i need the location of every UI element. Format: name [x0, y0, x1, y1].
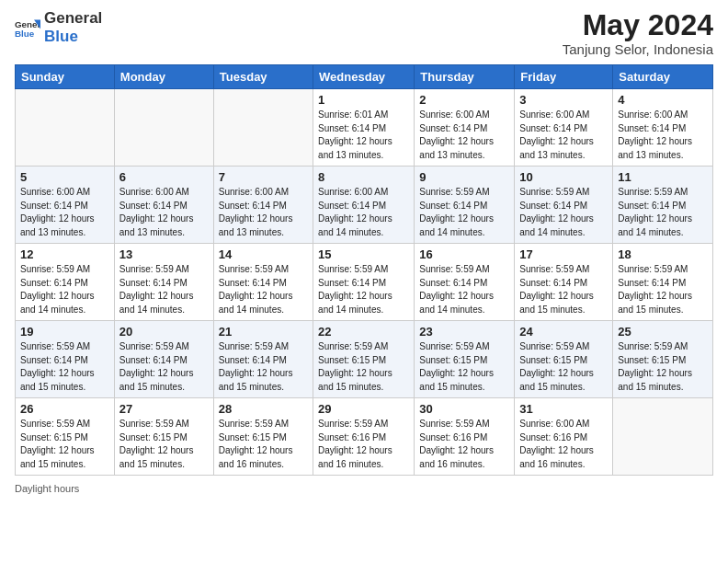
calendar-header-tuesday: Tuesday — [213, 65, 313, 89]
day-info: Sunrise: 5:59 AM Sunset: 6:14 PM Dayligh… — [20, 263, 109, 316]
calendar-cell: 23Sunrise: 5:59 AM Sunset: 6:15 PM Dayli… — [415, 321, 515, 398]
day-number: 23 — [419, 325, 509, 339]
day-number: 1 — [318, 93, 409, 107]
calendar-cell — [213, 89, 313, 167]
day-info: Sunrise: 5:59 AM Sunset: 6:14 PM Dayligh… — [318, 263, 409, 316]
logo-text: General Blue — [44, 9, 102, 47]
calendar-header-sunday: Sunday — [16, 65, 115, 89]
calendar-cell: 13Sunrise: 5:59 AM Sunset: 6:14 PM Dayli… — [114, 244, 213, 321]
day-info: Sunrise: 5:59 AM Sunset: 6:15 PM Dayligh… — [119, 418, 209, 471]
day-number: 16 — [419, 247, 509, 261]
day-number: 22 — [318, 325, 409, 339]
day-number: 18 — [618, 247, 708, 261]
calendar-week-row: 19Sunrise: 5:59 AM Sunset: 6:14 PM Dayli… — [16, 321, 713, 398]
day-number: 20 — [119, 325, 209, 339]
calendar-cell: 3Sunrise: 6:00 AM Sunset: 6:14 PM Daylig… — [515, 89, 613, 167]
day-info: Sunrise: 6:00 AM Sunset: 6:14 PM Dayligh… — [318, 186, 409, 239]
calendar-cell: 20Sunrise: 5:59 AM Sunset: 6:14 PM Dayli… — [114, 321, 213, 398]
day-number: 28 — [219, 402, 308, 416]
calendar-cell: 5Sunrise: 6:00 AM Sunset: 6:14 PM Daylig… — [16, 167, 115, 244]
calendar-header-wednesday: Wednesday — [313, 65, 415, 89]
day-info: Sunrise: 6:01 AM Sunset: 6:14 PM Dayligh… — [318, 109, 409, 162]
calendar-cell: 15Sunrise: 5:59 AM Sunset: 6:14 PM Dayli… — [313, 244, 415, 321]
calendar-cell: 18Sunrise: 5:59 AM Sunset: 6:14 PM Dayli… — [613, 244, 713, 321]
calendar-week-row: 5Sunrise: 6:00 AM Sunset: 6:14 PM Daylig… — [16, 167, 713, 244]
day-number: 2 — [419, 93, 509, 107]
day-info: Sunrise: 5:59 AM Sunset: 6:15 PM Dayligh… — [519, 340, 608, 394]
main-title: May 2024 — [563, 9, 713, 41]
calendar-cell: 29Sunrise: 5:59 AM Sunset: 6:16 PM Dayli… — [313, 398, 415, 476]
calendar-cell: 31Sunrise: 6:00 AM Sunset: 6:16 PM Dayli… — [515, 398, 613, 476]
calendar-header-row: SundayMondayTuesdayWednesdayThursdayFrid… — [16, 65, 713, 89]
day-info: Sunrise: 5:59 AM Sunset: 6:14 PM Dayligh… — [219, 340, 308, 394]
calendar-cell — [16, 89, 115, 167]
calendar-cell: 12Sunrise: 5:59 AM Sunset: 6:14 PM Dayli… — [16, 244, 115, 321]
day-number: 13 — [119, 247, 209, 261]
calendar-cell: 24Sunrise: 5:59 AM Sunset: 6:15 PM Dayli… — [515, 321, 613, 398]
day-info: Sunrise: 5:59 AM Sunset: 6:15 PM Dayligh… — [219, 418, 308, 471]
day-info: Sunrise: 6:00 AM Sunset: 6:14 PM Dayligh… — [219, 186, 308, 239]
calendar-cell: 10Sunrise: 5:59 AM Sunset: 6:14 PM Dayli… — [515, 167, 613, 244]
day-number: 11 — [618, 170, 708, 184]
calendar-week-row: 26Sunrise: 5:59 AM Sunset: 6:15 PM Dayli… — [16, 398, 713, 476]
calendar-week-row: 1Sunrise: 6:01 AM Sunset: 6:14 PM Daylig… — [16, 89, 713, 167]
calendar-week-row: 12Sunrise: 5:59 AM Sunset: 6:14 PM Dayli… — [16, 244, 713, 321]
day-number: 3 — [519, 93, 608, 107]
calendar-header-monday: Monday — [114, 65, 213, 89]
page: General Blue General Blue May 2024 Tanju… — [0, 0, 728, 563]
day-info: Sunrise: 5:59 AM Sunset: 6:14 PM Dayligh… — [119, 263, 209, 316]
calendar-header-saturday: Saturday — [613, 65, 713, 89]
day-info: Sunrise: 6:00 AM Sunset: 6:14 PM Dayligh… — [419, 109, 509, 162]
header: General Blue General Blue May 2024 Tanju… — [15, 9, 713, 57]
calendar-cell: 2Sunrise: 6:00 AM Sunset: 6:14 PM Daylig… — [415, 89, 515, 167]
calendar-cell: 9Sunrise: 5:59 AM Sunset: 6:14 PM Daylig… — [415, 167, 515, 244]
day-number: 25 — [618, 325, 708, 339]
calendar-cell: 19Sunrise: 5:59 AM Sunset: 6:14 PM Dayli… — [16, 321, 115, 398]
calendar-cell: 21Sunrise: 5:59 AM Sunset: 6:14 PM Dayli… — [213, 321, 313, 398]
day-number: 30 — [419, 402, 509, 416]
day-number: 31 — [519, 402, 608, 416]
calendar-cell: 25Sunrise: 5:59 AM Sunset: 6:15 PM Dayli… — [613, 321, 713, 398]
day-info: Sunrise: 5:59 AM Sunset: 6:14 PM Dayligh… — [20, 340, 109, 394]
day-number: 8 — [318, 170, 409, 184]
svg-text:Blue: Blue — [15, 29, 35, 39]
day-info: Sunrise: 5:59 AM Sunset: 6:15 PM Dayligh… — [20, 418, 109, 471]
calendar-cell: 8Sunrise: 6:00 AM Sunset: 6:14 PM Daylig… — [313, 167, 415, 244]
day-info: Sunrise: 5:59 AM Sunset: 6:14 PM Dayligh… — [618, 186, 708, 239]
day-number: 7 — [219, 170, 308, 184]
calendar-cell: 22Sunrise: 5:59 AM Sunset: 6:15 PM Dayli… — [313, 321, 415, 398]
logo-general: General — [44, 9, 102, 27]
logo: General Blue General Blue — [15, 9, 102, 47]
day-info: Sunrise: 6:00 AM Sunset: 6:14 PM Dayligh… — [519, 109, 608, 162]
day-info: Sunrise: 6:00 AM Sunset: 6:16 PM Dayligh… — [519, 418, 608, 471]
day-number: 27 — [119, 402, 209, 416]
day-info: Sunrise: 6:00 AM Sunset: 6:14 PM Dayligh… — [618, 109, 708, 162]
subtitle: Tanjung Selor, Indonesia — [563, 41, 713, 57]
calendar-cell: 6Sunrise: 6:00 AM Sunset: 6:14 PM Daylig… — [114, 167, 213, 244]
day-info: Sunrise: 6:00 AM Sunset: 6:14 PM Dayligh… — [20, 186, 109, 239]
day-number: 29 — [318, 402, 409, 416]
day-info: Sunrise: 5:59 AM Sunset: 6:14 PM Dayligh… — [419, 263, 509, 316]
title-block: May 2024 Tanjung Selor, Indonesia — [563, 9, 713, 57]
day-number: 21 — [219, 325, 308, 339]
day-number: 19 — [20, 325, 109, 339]
calendar-cell: 4Sunrise: 6:00 AM Sunset: 6:14 PM Daylig… — [613, 89, 713, 167]
footer: Daylight hours — [15, 483, 713, 494]
day-number: 6 — [119, 170, 209, 184]
calendar-header-friday: Friday — [515, 65, 613, 89]
day-info: Sunrise: 5:59 AM Sunset: 6:14 PM Dayligh… — [219, 263, 308, 316]
day-info: Sunrise: 5:59 AM Sunset: 6:14 PM Dayligh… — [519, 263, 608, 316]
day-info: Sunrise: 5:59 AM Sunset: 6:14 PM Dayligh… — [119, 340, 209, 394]
day-info: Sunrise: 5:59 AM Sunset: 6:15 PM Dayligh… — [618, 340, 708, 394]
calendar-table: SundayMondayTuesdayWednesdayThursdayFrid… — [15, 64, 713, 476]
day-number: 17 — [519, 247, 608, 261]
logo-icon: General Blue — [15, 15, 40, 40]
day-number: 14 — [219, 247, 308, 261]
calendar-header-thursday: Thursday — [415, 65, 515, 89]
calendar-cell: 11Sunrise: 5:59 AM Sunset: 6:14 PM Dayli… — [613, 167, 713, 244]
day-info: Sunrise: 5:59 AM Sunset: 6:16 PM Dayligh… — [318, 418, 409, 471]
day-info: Sunrise: 5:59 AM Sunset: 6:14 PM Dayligh… — [618, 263, 708, 316]
day-number: 15 — [318, 247, 409, 261]
calendar-cell: 16Sunrise: 5:59 AM Sunset: 6:14 PM Dayli… — [415, 244, 515, 321]
calendar-cell: 14Sunrise: 5:59 AM Sunset: 6:14 PM Dayli… — [213, 244, 313, 321]
